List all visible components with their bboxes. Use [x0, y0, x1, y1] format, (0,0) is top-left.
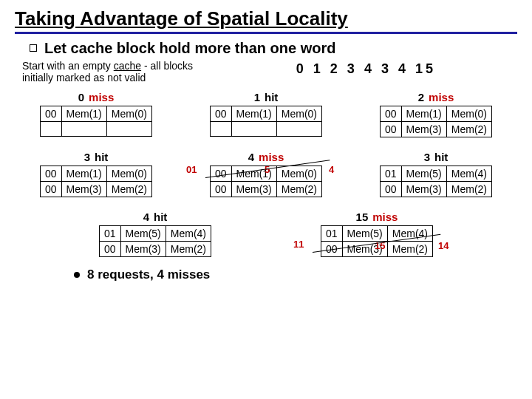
steps-row-2: 3hit 00Mem(1)Mem(0) 00Mem(3)Mem(2) 4miss…	[15, 151, 517, 197]
step-0: 0miss 00Mem(1)Mem(0)	[15, 91, 177, 137]
step-2: 2miss 00Mem(1)Mem(0) 00Mem(3)Mem(2)	[355, 91, 517, 137]
step-7: 15miss 11 15 14 01Mem(5)Mem(4) 00Mem(3)M…	[292, 211, 462, 257]
cache-table-0: 00Mem(1)Mem(0)	[40, 106, 152, 137]
cache-table-1: 00Mem(1)Mem(0)	[210, 106, 322, 137]
access-sequence: 0 1 2 3 4 3 4 15	[296, 61, 436, 83]
step-1: 1hit 00Mem(1)Mem(0)	[185, 91, 347, 137]
intro-text: Start with an empty cache - all blocks i…	[22, 60, 214, 83]
cache-table-3: 00Mem(1)Mem(0) 00Mem(3)Mem(2)	[40, 166, 152, 197]
footer-row: 8 requests, 4 misses	[74, 267, 517, 282]
overlay-tag-4: 01	[186, 164, 197, 175]
step-3: 3hit 00Mem(1)Mem(0) 00Mem(3)Mem(2)	[15, 151, 177, 197]
cache-table-5: 01Mem(5)Mem(4) 00Mem(3)Mem(2)	[380, 166, 492, 197]
overlay-c2-7: 14	[438, 240, 449, 251]
cache-table-6: 01Mem(5)Mem(4) 00Mem(3)Mem(2)	[99, 225, 211, 257]
bullet-row: Let cache block hold more than one word	[30, 40, 517, 57]
steps-row-1: 0miss 00Mem(1)Mem(0) 1hit 00Mem(1)Mem(0)…	[15, 91, 517, 137]
slide-title: Taking Advantage of Spatial Locality	[15, 7, 517, 34]
square-bullet-icon	[30, 44, 37, 52]
footer-text: 8 requests, 4 misses	[87, 267, 210, 282]
step-6: 4hit 01Mem(5)Mem(4) 00Mem(3)Mem(2)	[70, 211, 240, 257]
step-5: 3hit 01Mem(5)Mem(4) 00Mem(3)Mem(2)	[355, 151, 517, 197]
overlay-c2-4: 4	[329, 164, 334, 175]
cache-table-2: 00Mem(1)Mem(0) 00Mem(3)Mem(2)	[380, 106, 492, 137]
bullet-text: Let cache block hold more than one word	[44, 40, 336, 57]
steps-row-3: 4hit 01Mem(5)Mem(4) 00Mem(3)Mem(2) 15mis…	[15, 211, 517, 257]
overlay-tag-7: 11	[293, 239, 304, 250]
bullet-dot-icon	[74, 272, 80, 278]
step-4: 4miss 01 5 4 00Mem(1)Mem(0) 00Mem(3)Mem(…	[185, 151, 347, 197]
intro-row: Start with an empty cache - all blocks i…	[22, 60, 517, 83]
